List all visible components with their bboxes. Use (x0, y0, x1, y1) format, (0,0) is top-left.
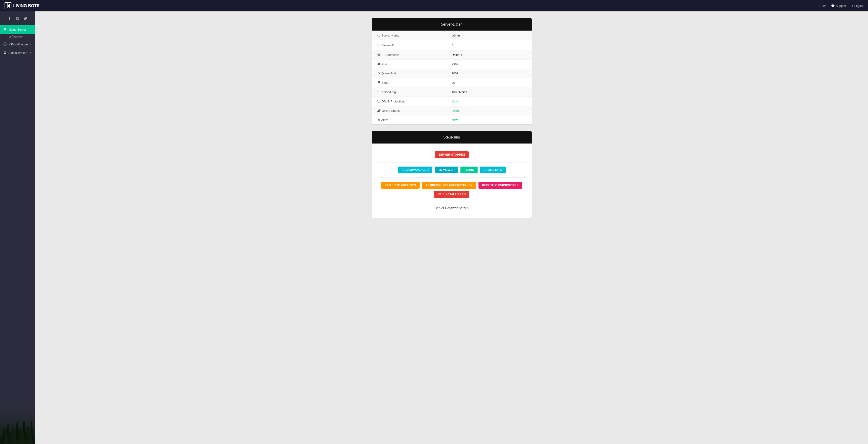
steuerung-card: Steuerung SERVER STOPPEN BACKUPMANAGER T… (372, 131, 532, 218)
value-ip: Deine-IP (452, 53, 526, 57)
social-links (0, 11, 35, 25)
stop-button-row: SERVER STOPPEN (377, 151, 526, 158)
link-icon (377, 90, 380, 94)
sidebar-item-administration[interactable]: Administration ▼ (0, 49, 35, 57)
shield-icon (377, 99, 380, 103)
topbar-right: ? Hilfe 💬 Support ➔ Logout (817, 4, 863, 7)
value-slots: 20 (452, 81, 526, 84)
value-ddos: aktiv (452, 100, 526, 103)
svg-rect-1 (7, 3, 7, 8)
support-icon: 💬 (831, 4, 835, 7)
label-slots: Slots: (377, 81, 452, 84)
logout-link[interactable]: ➔ Logout (851, 4, 863, 7)
svg-rect-34 (380, 109, 380, 112)
sidebar-item-hilfestellungen[interactable]: ? Hilfestellungen ▼ (0, 40, 35, 49)
info-icon-1: ⓘ (377, 33, 380, 37)
value-port: 9987 (452, 62, 526, 66)
sidebar-item-administration-label: Administration (8, 51, 27, 55)
logout-icon: ➔ (851, 4, 853, 7)
ddos-stats-button[interactable]: DDOS STATS (480, 167, 506, 173)
value-online-status: online (452, 109, 526, 113)
value-anbindung: 1000 Mbit/s (452, 90, 526, 94)
row-anbindung: Anbindung: 1000 Mbit/s (372, 87, 532, 97)
sidebar: Meine Server ▲ Zur Übersicht ? Hilfestel… (0, 11, 35, 444)
label-ip: IP-Addresse: (377, 53, 452, 57)
admin-icon (3, 51, 7, 55)
network-icon (377, 53, 380, 57)
tsdns-button[interactable]: TSDNS (461, 167, 477, 173)
neu-installieren-button[interactable]: NEU INSTALLIEREN (434, 191, 469, 198)
row-ddos: DDoS-Protection: aktiv (372, 97, 532, 106)
svg-marker-23 (1, 428, 6, 444)
rechte-zuruck-button[interactable]: RECHTE ZURÜCKSETZEN (478, 182, 522, 189)
svg-marker-27 (27, 428, 33, 444)
row-query-port: ⚙ Query-Port: 10011 (372, 69, 532, 78)
facebook-icon[interactable] (7, 16, 12, 21)
svg-rect-33 (379, 109, 380, 112)
label-ddos: DDoS-Protection: (377, 99, 452, 103)
svg-point-30 (379, 81, 380, 82)
support-link[interactable]: 💬 Support (831, 4, 846, 7)
sidebar-sub-item-zur-ubersicht[interactable]: Zur Übersicht (0, 34, 35, 40)
divider-3 (377, 202, 526, 202)
topbar: LIVING BOTS ? Hilfe 💬 Support ➔ Logout (0, 0, 868, 11)
label-anbindung: Anbindung: (377, 90, 452, 94)
svg-marker-20 (21, 418, 27, 444)
svg-marker-24 (3, 430, 9, 444)
svg-marker-16 (5, 421, 11, 444)
label-server-name: ⓘ Server-Name: (377, 33, 452, 37)
server-daten-header: Server-Daten (372, 18, 532, 31)
svg-rect-3 (9, 4, 10, 7)
chevron-down-icon: ▼ (30, 43, 32, 46)
ban-liste-button[interactable]: BAN LISTE ANZEIGEN (381, 182, 420, 189)
row-online-status: Online-Status: online (372, 106, 532, 115)
row-ip: IP-Addresse: Deine-IP (372, 50, 532, 60)
backupmanager-button[interactable]: BACKUPMANAGER (398, 167, 432, 173)
admin-gruppe-button[interactable]: ADMIN-GRUPPE NEUERSTELLEN (422, 182, 476, 189)
chevron-up-icon: ▲ (30, 28, 32, 31)
twitter-icon[interactable] (24, 16, 28, 21)
svg-rect-31 (377, 111, 378, 112)
value-server-id: 3 (452, 43, 526, 47)
svg-marker-17 (9, 423, 16, 444)
help-icon: ? (817, 4, 819, 7)
svg-text:?: ? (4, 43, 5, 46)
server-icon (3, 28, 7, 31)
svg-rect-0 (6, 4, 6, 7)
svg-marker-19 (17, 424, 23, 444)
sidebar-item-hilfestellungen-label: Hilfestellungen (8, 43, 28, 46)
row-port: Port: 9987 (372, 60, 532, 69)
row-server-name: ⓘ Server-Name: admin (372, 31, 532, 40)
label-aktiv: ✖ Aktiv: (377, 118, 452, 122)
server-daten-body: ⓘ Server-Name: admin ⓘ Server-ID: 3 (372, 31, 532, 124)
server-stoppen-button[interactable]: SERVER STOPPEN (435, 151, 469, 158)
steuerung-header: Steuerung (372, 131, 532, 144)
ts-viewer-button[interactable]: TS VIEWER (435, 167, 458, 173)
logo-icon (5, 2, 11, 9)
svg-marker-26 (20, 425, 25, 444)
users-icon (377, 81, 380, 84)
svg-marker-25 (11, 427, 17, 444)
sidebar-item-label: Meine Server (8, 28, 26, 31)
label-server-id: ⓘ Server-ID: (377, 43, 452, 47)
label-query-port: ⚙ Query-Port: (377, 72, 452, 75)
svg-point-5 (17, 18, 19, 19)
instagram-icon[interactable] (16, 16, 20, 21)
svg-point-13 (5, 51, 6, 53)
main-content: Server-Daten ⓘ Server-Name: admin ⓘ Serv… (35, 11, 868, 444)
label-port: Port: (377, 62, 452, 66)
logo: LIVING BOTS (5, 2, 39, 9)
logo-text: LIVING BOTS (13, 3, 39, 8)
help-link[interactable]: ? Hilfe (817, 4, 826, 7)
steuerung-body: SERVER STOPPEN BACKUPMANAGER TS VIEWER T… (372, 144, 532, 218)
row-server-id: ⓘ Server-ID: 3 (372, 40, 532, 50)
action-buttons-row: BAN LISTE ANZEIGEN ADMIN-GRUPPE NEUERSTE… (377, 182, 526, 198)
divider-1 (377, 162, 526, 162)
info-icon-2: ⓘ (377, 43, 380, 47)
signal-icon (377, 109, 380, 113)
row-slots: Slots: 20 (372, 78, 532, 87)
svg-point-29 (378, 81, 379, 82)
row-aktiv: ✖ Aktiv: aktiv (372, 115, 532, 124)
sidebar-item-meine-server[interactable]: Meine Server ▲ (0, 25, 35, 34)
value-aktiv: aktiv (452, 118, 526, 122)
